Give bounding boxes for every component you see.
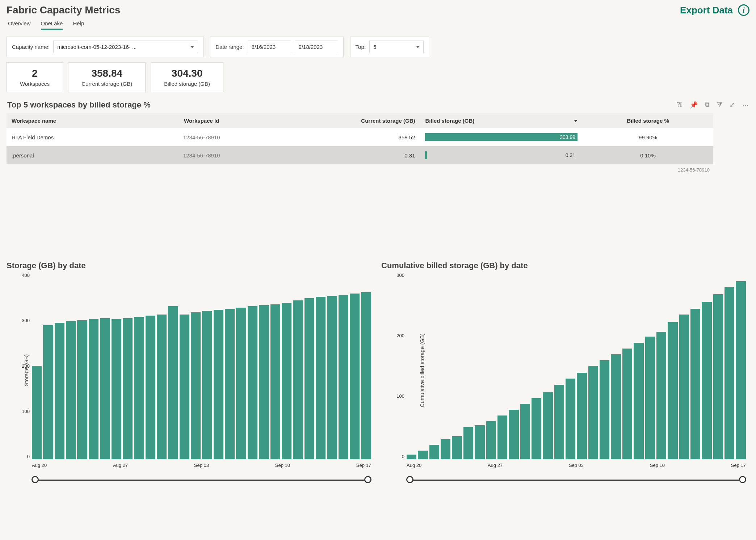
bar[interactable] [361,292,371,459]
table-row[interactable]: .personal1234-56-789100.310.310.10% [7,146,713,164]
bar[interactable] [554,385,564,459]
focus-icon[interactable]: ⤢ [730,101,735,109]
bar[interactable] [656,332,666,459]
slider-handle-left[interactable] [406,476,413,483]
cell-current: 0.31 [260,146,420,164]
bar[interactable] [407,455,416,459]
bar[interactable] [702,302,711,459]
bar[interactable] [316,297,326,459]
slider-handle-right[interactable] [739,476,746,483]
summary-cards: 2 Workspaces 358.84 Current storage (GB)… [7,62,749,92]
date-range-slider[interactable] [407,474,746,485]
slider-handle-left[interactable] [32,476,39,483]
bar[interactable] [668,322,677,459]
tab-overview[interactable]: Overview [8,18,31,30]
bar[interactable] [304,298,314,459]
bar[interactable] [543,392,553,459]
bar[interactable] [645,337,655,459]
col-billed-pct[interactable]: Billed storage % [583,113,713,128]
card-value: 358.84 [81,68,132,79]
bar[interactable] [123,318,133,459]
col-current-storage[interactable]: Current storage (GB) [260,113,420,128]
table-row[interactable]: RTA Field Demos1234-56-78910358.52303.99… [7,128,713,146]
bar[interactable] [32,366,42,459]
bar[interactable] [293,300,303,459]
bar[interactable] [248,306,257,459]
bar[interactable] [259,305,269,459]
date-to-input[interactable]: 9/18/2023 [295,41,338,53]
tab-onelake[interactable]: OneLake [41,18,63,30]
top-value: 5 [373,44,376,50]
bar[interactable] [327,296,337,460]
slider-handle-right[interactable] [364,476,371,483]
copy-icon[interactable]: ⧉ [705,101,710,109]
bar[interactable] [634,343,643,460]
date-from-input[interactable]: 8/16/2023 [248,41,291,53]
bar[interactable] [566,379,575,459]
bar[interactable] [588,366,598,459]
bar[interactable] [77,320,87,459]
bar[interactable] [350,294,360,459]
cell-name: RTA Field Demos [7,128,143,146]
bar[interactable] [509,410,518,459]
bar[interactable] [486,421,496,459]
bar[interactable] [724,287,734,459]
bar[interactable] [600,360,609,459]
filter-icon[interactable]: ⧩ [717,101,722,109]
filter-row: Capacity name: microsoft-com-05-12-2023-… [7,37,749,57]
bar[interactable] [100,318,110,459]
visual-toolbar: ?⃝ 📌 ⧉ ⧩ ⤢ ⋯ [676,101,749,109]
bar[interactable] [441,439,450,459]
bar[interactable] [577,373,587,459]
bar[interactable] [43,325,53,459]
info-icon[interactable]: i [738,4,749,16]
bar[interactable] [497,415,507,459]
bar[interactable] [520,404,530,459]
chart-storage-by-date: Storage (GB) by date Storage (GB) 400300… [7,261,375,485]
bar[interactable] [532,398,541,459]
bar[interactable] [270,304,280,459]
export-data-button[interactable]: Export Data i [680,4,749,16]
bar[interactable] [679,315,689,459]
bar[interactable] [157,315,167,459]
top-dropdown[interactable]: 5 [369,41,424,53]
bar[interactable] [134,317,144,459]
col-workspace-id[interactable]: Workspace Id [143,113,260,128]
bar[interactable] [146,316,155,459]
bar[interactable] [168,306,178,459]
bar[interactable] [55,323,64,459]
bar[interactable] [736,281,746,459]
bar[interactable] [282,303,291,459]
cell-billed: 303.99 [420,128,583,146]
bar[interactable] [236,308,246,459]
bar[interactable] [339,295,348,459]
section-title: Top 5 workspaces by billed storage % [7,100,151,110]
bar[interactable] [214,310,223,459]
bar[interactable] [690,309,700,459]
bar[interactable] [611,354,621,459]
more-icon[interactable]: ⋯ [742,101,749,109]
tab-help[interactable]: Help [73,18,84,30]
bar[interactable] [66,321,76,459]
bar[interactable] [463,427,473,459]
bar[interactable] [225,309,235,459]
date-range-slider[interactable] [32,474,371,485]
col-workspace-name[interactable]: Workspace name [7,113,143,128]
bar[interactable] [622,349,632,459]
help-icon[interactable]: ?⃝ [676,101,682,109]
bar[interactable] [180,315,189,459]
bar[interactable] [191,312,201,459]
bar[interactable] [452,436,462,460]
bar[interactable] [475,425,484,459]
capacity-dropdown[interactable]: microsoft-com-05-12-2023-16- ... [53,41,198,53]
bar[interactable] [713,294,723,459]
col-billed-storage[interactable]: Billed storage (GB) [420,113,583,128]
date-from-value: 8/16/2023 [252,44,276,50]
top-filter: Top: 5 [350,37,429,57]
bar[interactable] [112,319,121,459]
bar[interactable] [202,311,212,459]
bar[interactable] [89,319,98,459]
bar[interactable] [429,445,439,459]
bar[interactable] [418,451,428,459]
pin-icon[interactable]: 📌 [690,101,698,109]
